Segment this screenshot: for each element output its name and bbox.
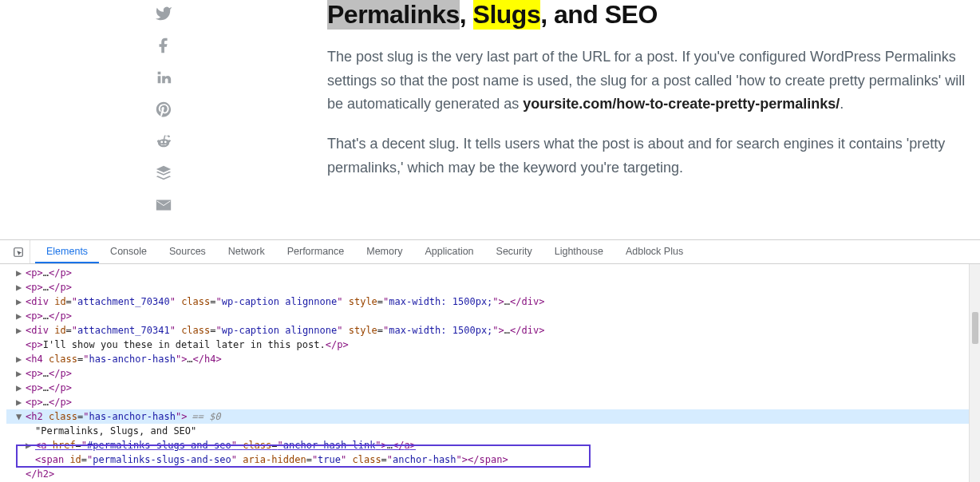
devtools-tab-application[interactable]: Application [413, 240, 484, 263]
page-content: Permalinks, Slugs, and SEO The post slug… [0, 0, 980, 239]
devtools-tab-security[interactable]: Security [485, 240, 543, 263]
devtools-tab-elements[interactable]: Elements [35, 240, 99, 263]
devtools-tab-adblock-plus[interactable]: Adblock Plus [614, 240, 694, 263]
dom-node[interactable]: <span id="permalinks-slugs-and-seo" aria… [6, 452, 980, 467]
devtools-elements-tree[interactable]: ▶<p>…</p>▶<p>…</p>▶<div id="attachment_7… [0, 264, 980, 482]
dom-node[interactable]: ▶<p>…</p> [6, 381, 980, 395]
linkedin-icon[interactable] [155, 69, 172, 86]
dom-node[interactable]: ▶<a href="#permalinks-slugs-and-seo" cla… [6, 438, 980, 452]
devtools-tabs: ElementsConsoleSourcesNetworkPerformance… [0, 240, 980, 264]
heading-highlight-yellow: Slugs [473, 0, 541, 30]
url-example: yoursite.com/how-to-create-pretty-permal… [523, 96, 840, 112]
article-content: Permalinks, Slugs, and SEO The post slug… [327, 0, 980, 239]
heading-highlight-gray: Permalinks [327, 0, 460, 30]
dom-node[interactable]: ▼<h2 class="has-anchor-hash">== $0 [6, 409, 980, 424]
dom-node[interactable]: ▶<p>…</p> [6, 366, 980, 381]
article-paragraph: The post slug is the very last part of t… [327, 45, 966, 117]
twitter-icon[interactable] [155, 5, 172, 22]
devtools-tab-memory[interactable]: Memory [355, 240, 413, 263]
dom-node[interactable]: "Permalinks, Slugs, and SEO" [6, 424, 980, 438]
buffer-icon[interactable] [155, 164, 172, 182]
share-sidebar [0, 0, 327, 239]
pinterest-icon[interactable] [155, 101, 172, 118]
dom-node[interactable]: ▶<p>…</p> [6, 395, 980, 409]
scrollbar[interactable] [969, 264, 980, 482]
devtools-tab-network[interactable]: Network [217, 240, 276, 263]
dom-node[interactable]: </h2> [6, 467, 980, 481]
dom-node[interactable]: <p>I'll show you these in detail later i… [6, 338, 980, 352]
inspect-icon[interactable] [6, 240, 30, 263]
facebook-icon[interactable] [155, 37, 172, 54]
dom-node[interactable]: ▶<p>…</p> [6, 309, 980, 323]
dom-node[interactable]: ▶<p>…</p> [6, 266, 980, 280]
devtools-tab-sources[interactable]: Sources [158, 240, 217, 263]
devtools-panel: ElementsConsoleSourcesNetworkPerformance… [0, 239, 980, 482]
devtools-tab-performance[interactable]: Performance [276, 240, 356, 263]
article-paragraph: That's a decent slug. It tells users wha… [327, 132, 966, 180]
reddit-icon[interactable] [155, 132, 172, 150]
devtools-tab-console[interactable]: Console [99, 240, 158, 263]
article-heading: Permalinks, Slugs, and SEO [327, 0, 966, 30]
email-icon[interactable] [155, 196, 172, 214]
dom-node[interactable]: ▶<div id="attachment_70340" class="wp-ca… [6, 294, 980, 309]
dom-node[interactable]: ▶<div id="attachment_70341" class="wp-ca… [6, 323, 980, 338]
devtools-tab-lighthouse[interactable]: Lighthouse [543, 240, 614, 263]
dom-node[interactable]: ▶<h4 class="has-anchor-hash">…</h4> [6, 352, 980, 366]
dom-node[interactable]: ▶<p>…</p> [6, 280, 980, 294]
